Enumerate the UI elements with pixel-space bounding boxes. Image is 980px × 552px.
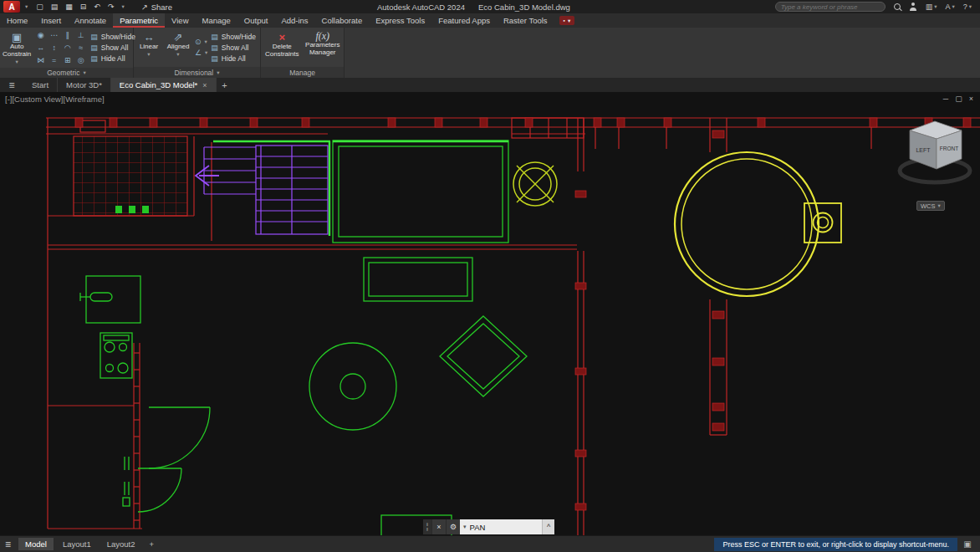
- new-layout-button[interactable]: +: [145, 538, 160, 550]
- dimensional-hide-all-button[interactable]: ▤ Hide All: [211, 54, 256, 63]
- search-input[interactable]: [781, 3, 880, 11]
- panel-manage-footer[interactable]: Manage: [261, 67, 344, 78]
- autocad-logo[interactable]: A: [3, 1, 20, 13]
- share-button[interactable]: ↗ Share: [141, 3, 172, 12]
- ribbon-display-toggle[interactable]: ▪ ▾: [559, 16, 575, 25]
- command-customize-icon[interactable]: ⚙: [446, 519, 460, 534]
- command-bar[interactable]: ╏ × ⚙ ▾ ^: [423, 519, 554, 534]
- fix-icon[interactable]: ⊞: [61, 54, 74, 66]
- undo-icon[interactable]: ↶: [94, 3, 100, 11]
- autodesk-account-icon[interactable]: A ▾: [945, 3, 954, 11]
- search-box[interactable]: [775, 2, 886, 12]
- file-tab-close-icon[interactable]: ×: [202, 81, 207, 89]
- horizontal-icon[interactable]: ↔: [34, 42, 47, 54]
- kitchen-sink[interactable]: [86, 276, 140, 323]
- viewcube[interactable]: LEFT FRONT WCS ▾: [896, 114, 973, 212]
- dimensional-show-all-button[interactable]: ▤ Show All: [211, 43, 256, 52]
- tab-collaborate[interactable]: Collaborate: [315, 13, 370, 28]
- deck-hatch-area[interactable]: [74, 136, 187, 216]
- door-swing-1[interactable]: [149, 407, 210, 468]
- app-store-icon[interactable]: ▥ ▾: [926, 3, 937, 11]
- file-tab-start[interactable]: Start: [23, 78, 58, 92]
- command-input-field[interactable]: ▾: [460, 519, 542, 534]
- viewcube-graphic[interactable]: LEFT FRONT: [896, 114, 973, 201]
- command-input[interactable]: [470, 523, 528, 532]
- tab-view[interactable]: View: [165, 13, 195, 28]
- parallel-icon[interactable]: ∥: [61, 29, 74, 41]
- tab-featured-apps[interactable]: Featured Apps: [431, 13, 497, 28]
- hot-tub[interactable]: [675, 152, 841, 296]
- status-menu-icon[interactable]: ≡: [5, 539, 11, 550]
- collinear-icon[interactable]: ⋯: [48, 29, 60, 41]
- auto-constrain-button[interactable]: ▣ Auto Constrain ▾: [3, 29, 31, 66]
- command-history-expand-icon[interactable]: ^: [542, 519, 554, 534]
- command-close-icon[interactable]: ×: [431, 519, 446, 534]
- perpendicular-icon[interactable]: ⊥: [74, 29, 87, 41]
- file-tab-eco-cabin[interactable]: Eco Cabin_3D Model* ×: [111, 78, 217, 92]
- aligned-dimension-button[interactable]: ⇗ Aligned ▾: [165, 29, 191, 65]
- tab-insert[interactable]: Insert: [34, 13, 68, 28]
- light-fixture-symbol[interactable]: [513, 162, 557, 206]
- linear-dimension-button[interactable]: ↔ Linear ▾: [136, 29, 161, 65]
- vertical-icon[interactable]: ↕: [48, 42, 60, 54]
- open-file-icon[interactable]: ▤: [51, 3, 59, 11]
- panel-geometric-footer[interactable]: Geometric ▾: [0, 68, 133, 78]
- tab-parametric[interactable]: Parametric: [113, 13, 165, 28]
- layout2-tab[interactable]: Layout2: [100, 538, 142, 550]
- plot-icon[interactable]: ⊟: [80, 3, 87, 11]
- panel-dimensional-footer[interactable]: Dimensional ▾: [134, 67, 260, 78]
- search-icon[interactable]: [894, 3, 901, 10]
- symmetric-icon[interactable]: ⋈: [34, 54, 47, 66]
- cad-drawing[interactable]: [0, 92, 980, 535]
- account-glyph: A: [945, 3, 950, 11]
- concentric-icon[interactable]: ◎: [74, 54, 87, 66]
- geometric-hide-all-button[interactable]: ▤ Hide All: [90, 54, 135, 63]
- sign-in-icon[interactable]: [909, 3, 917, 11]
- equal-icon[interactable]: =: [48, 54, 60, 66]
- status-customization-icon[interactable]: ▣: [960, 539, 975, 549]
- logo-dropdown-icon[interactable]: ▾: [25, 3, 28, 10]
- redo-icon[interactable]: ↷: [108, 3, 115, 11]
- tab-add-ins[interactable]: Add-ins: [274, 13, 314, 28]
- title-bar: A ▾ ▢ ▤ ▦ ⊟ ↶ ↷ ▾ ↗ Share Autodesk AutoC…: [0, 0, 980, 13]
- viewport-controls[interactable]: [-][Custom View][Wireframe]: [5, 95, 105, 104]
- manage-panel-label: Manage: [289, 69, 315, 77]
- delete-constraints-button[interactable]: × Delete Constraints: [263, 29, 301, 65]
- tab-express-tools[interactable]: Express Tools: [369, 13, 431, 28]
- model-tab[interactable]: Model: [18, 538, 54, 550]
- save-file-icon[interactable]: ▦: [65, 3, 73, 11]
- radial-dimension-button[interactable]: ⊙ ▾: [195, 38, 207, 46]
- wcs-button[interactable]: WCS ▾: [916, 201, 945, 211]
- drawing-minimize-icon[interactable]: ─: [943, 95, 948, 103]
- command-bar-drag-handle[interactable]: ╏: [423, 519, 431, 534]
- new-file-icon[interactable]: ▢: [36, 3, 43, 11]
- file-tabs-menu-icon[interactable]: ≡: [0, 78, 23, 92]
- drawing-close-icon[interactable]: ×: [969, 95, 973, 103]
- angular-dimension-button[interactable]: ∠ ▾: [195, 49, 207, 57]
- tab-output[interactable]: Output: [237, 13, 275, 28]
- ribbon-empty-area: [345, 28, 980, 78]
- staircase[interactable]: [196, 146, 328, 234]
- tab-raster-tools[interactable]: Raster Tools: [497, 13, 554, 28]
- new-tab-button[interactable]: +: [217, 78, 233, 92]
- door-swing-2[interactable]: [138, 468, 181, 512]
- drawing-restore-icon[interactable]: ▢: [955, 95, 962, 103]
- file-tab-motor3d[interactable]: Motor 3D*: [58, 78, 111, 92]
- help-icon[interactable]: ? ▾: [963, 3, 972, 11]
- geometric-show-all-button[interactable]: ▤ Show All: [90, 43, 135, 52]
- layout1-tab[interactable]: Layout1: [56, 538, 98, 550]
- parameters-manager-button[interactable]: f(x) Parameters Manager: [304, 29, 342, 65]
- dimensional-show-hide-button[interactable]: ▤ Show/Hide: [211, 33, 256, 41]
- tangent-icon[interactable]: ◠: [61, 42, 74, 54]
- diamond-table[interactable]: [440, 316, 527, 396]
- geometric-show-hide-button[interactable]: ▤ Show/Hide: [90, 33, 135, 41]
- hide-all-label: Hide All: [101, 54, 125, 63]
- tab-annotate[interactable]: Annotate: [68, 13, 113, 28]
- drawing-canvas[interactable]: [-][Custom View][Wireframe] ─ ▢ × LEFT F…: [0, 92, 980, 535]
- round-table[interactable]: [309, 343, 396, 430]
- coincident-icon[interactable]: ◉: [34, 29, 47, 41]
- smooth-icon[interactable]: ≈: [74, 42, 87, 54]
- tab-manage[interactable]: Manage: [196, 13, 237, 28]
- qat-dropdown-icon[interactable]: ▾: [121, 3, 124, 10]
- tab-home[interactable]: Home: [0, 13, 34, 28]
